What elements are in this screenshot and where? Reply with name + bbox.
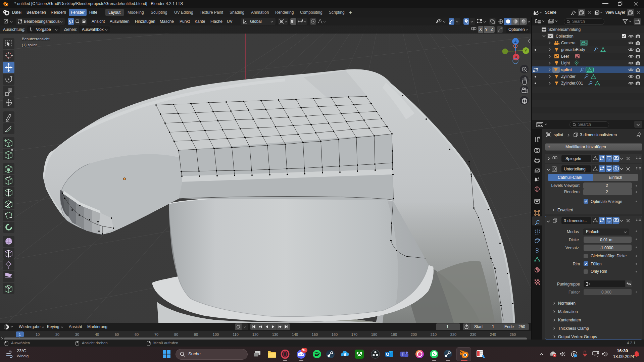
svg-text:Y: Y: [525, 49, 527, 53]
svg-text:Z: Z: [514, 39, 517, 43]
